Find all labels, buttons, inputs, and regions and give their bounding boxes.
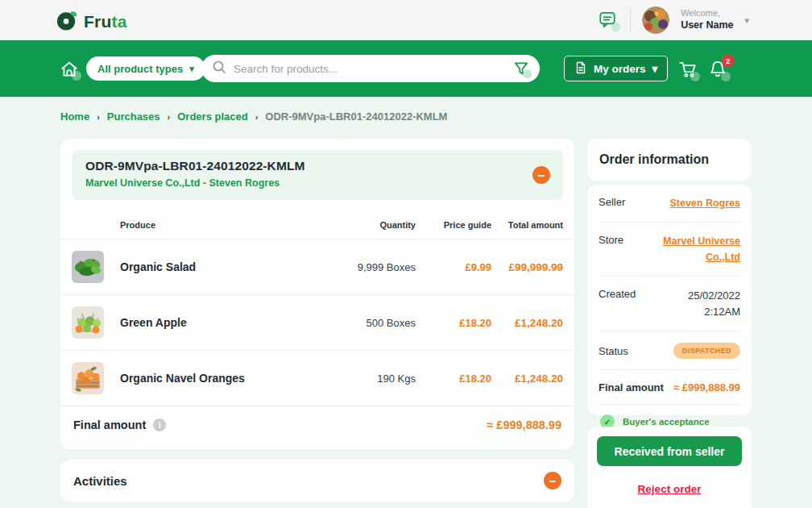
user-greeting: Welcome, User Name — [681, 8, 733, 31]
final-amount-value: ≈ £999,888.99 — [487, 418, 561, 431]
created-value: 25/02/2022 2:12AM — [688, 288, 740, 320]
activities-card: Activities − — [60, 460, 574, 502]
created-row: Created 25/02/2022 2:12AM — [599, 277, 740, 331]
header-divider — [630, 8, 631, 32]
reject-order-link[interactable]: Reject order — [597, 483, 742, 495]
home-icon[interactable] — [60, 60, 79, 79]
breadcrumb-separator-icon: › — [168, 112, 171, 122]
products-table-header: Produce Quantity Price guide Total amoun… — [60, 211, 574, 239]
received-from-seller-button[interactable]: Received from seller — [597, 436, 742, 466]
product-quantity: 190 Kgs — [319, 373, 416, 385]
breadcrumb-separator-icon: › — [97, 112, 100, 122]
order-information-title-card: Order information — [587, 139, 752, 181]
product-name: Organic Navel Oranges — [107, 372, 319, 385]
column-quantity: Quantity — [319, 220, 416, 230]
header-right-cluster: Welcome, User Name ▾ — [598, 0, 749, 40]
product-image-salad — [72, 251, 104, 283]
status-badge: DISPATCHED — [673, 343, 740, 359]
document-icon — [574, 61, 587, 77]
collapse-order-icon[interactable]: − — [532, 166, 550, 184]
product-name: Green Apple — [107, 316, 319, 329]
welcome-label: Welcome, — [681, 8, 733, 19]
store-label: Store — [599, 234, 624, 246]
user-menu-chevron-icon[interactable]: ▾ — [744, 15, 749, 26]
table-row: Organic Salad 9,999 Boxes £9.99 £99,999.… — [60, 239, 574, 294]
product-types-label: All product types — [97, 63, 183, 75]
product-total-amount: £99,999.99 — [491, 261, 563, 273]
brand-name: Fruta — [84, 12, 127, 31]
product-total-amount: £1,248.20 — [491, 373, 563, 385]
status-row: Status DISPATCHED — [599, 331, 740, 370]
fruta-logo-icon — [56, 9, 78, 34]
table-row: Green Apple 500 Boxes £18.20 £1,248.20 — [60, 294, 574, 350]
product-total-amount: £1,248.20 — [491, 317, 563, 329]
search-input[interactable] — [234, 63, 512, 75]
final-amount-label: Final amount — [599, 381, 664, 393]
my-orders-button[interactable]: My orders ▾ — [564, 56, 668, 81]
order-information-card: Seller Steven Rogres Store Marvel Univer… — [587, 185, 752, 415]
seller-row: Seller Steven Rogres — [599, 185, 740, 223]
table-row: Organic Navel Oranges 190 Kgs £18.20 £1,… — [60, 350, 574, 406]
seller-link[interactable]: Steven Rogres — [669, 196, 740, 211]
notifications-bell-icon[interactable]: 2 — [708, 59, 729, 80]
buyer-acceptance-label: Buyer's acceptance — [623, 417, 710, 427]
activities-title: Activities — [73, 474, 127, 488]
created-label: Created — [599, 288, 636, 300]
order-seller-line: Marvel Universe Co.,Ltd - Steven Rogres — [85, 177, 520, 189]
collapse-activities-icon[interactable]: − — [544, 472, 561, 489]
main-navbar: All product types ▾ My orders ▾ — [0, 40, 812, 97]
chevron-down-icon: ▾ — [189, 64, 194, 74]
column-produce: Produce — [107, 220, 319, 230]
product-price-guide: £18.20 — [416, 317, 491, 329]
store-link[interactable]: Marvel Universe Co.,Ltd — [650, 234, 740, 265]
order-detail-card: ODR-9MVpa-LBR01-24012022-KMLM Marvel Uni… — [60, 139, 574, 449]
final-amount-info-row: Final amount ≈ £999,888.99 — [599, 370, 740, 405]
breadcrumb: Home › Purchases › Orders placed › ODR-9… — [60, 110, 447, 123]
store-row: Store Marvel Universe Co.,Ltd — [599, 223, 740, 277]
chat-icon[interactable] — [598, 10, 619, 31]
breadcrumb-purchases[interactable]: Purchases — [107, 110, 160, 123]
chevron-down-icon: ▾ — [652, 62, 658, 75]
info-icon[interactable]: i — [153, 418, 166, 431]
final-amount-label: Final amount — [73, 418, 146, 431]
column-price-guide: Price guide — [416, 220, 491, 230]
cart-icon[interactable] — [677, 59, 698, 80]
breadcrumb-home[interactable]: Home — [60, 110, 89, 123]
user-avatar[interactable] — [642, 6, 669, 34]
search-bar — [201, 55, 540, 82]
product-quantity: 9,999 Boxes — [319, 261, 416, 273]
order-id: ODR-9MVpa-LBR01-24012022-KMLM — [85, 159, 520, 173]
created-time: 2:12AM — [688, 304, 740, 320]
product-price-guide: £9.99 — [416, 261, 491, 273]
fruta-logo[interactable]: Fruta — [56, 9, 127, 34]
order-summary-header: ODR-9MVpa-LBR01-24012022-KMLM Marvel Uni… — [72, 150, 563, 200]
product-quantity: 500 Boxes — [319, 317, 416, 329]
my-orders-label: My orders — [594, 63, 646, 75]
order-information-title: Order information — [599, 152, 709, 167]
status-label: Status — [599, 345, 628, 357]
search-icon — [212, 60, 226, 77]
product-image-oranges — [72, 362, 104, 394]
final-amount-value: ≈ £999,888.99 — [673, 381, 740, 393]
product-types-dropdown[interactable]: All product types ▾ — [86, 56, 205, 81]
order-actions-card: Received from seller Reject order — [587, 427, 752, 508]
final-amount-row: Final amount i ≈ £999,888.99 — [60, 406, 574, 443]
breadcrumb-orders-placed[interactable]: Orders placed — [177, 110, 247, 123]
product-image-green-apple — [72, 306, 104, 339]
product-price-guide: £18.20 — [416, 373, 491, 385]
filter-icon[interactable] — [512, 60, 530, 77]
user-name: User Name — [681, 19, 733, 32]
top-header: Fruta — [0, 0, 812, 40]
notification-count-badge: 2 — [722, 55, 734, 67]
column-total-amount: Total amount — [491, 220, 563, 230]
created-date: 25/02/2022 — [688, 288, 740, 304]
product-name: Organic Salad — [107, 260, 319, 273]
breadcrumb-current-order: ODR-9MVpa-LBR01-24012022-KMLM — [265, 110, 447, 123]
breadcrumb-separator-icon: › — [255, 112, 259, 122]
seller-label: Seller — [599, 196, 625, 208]
